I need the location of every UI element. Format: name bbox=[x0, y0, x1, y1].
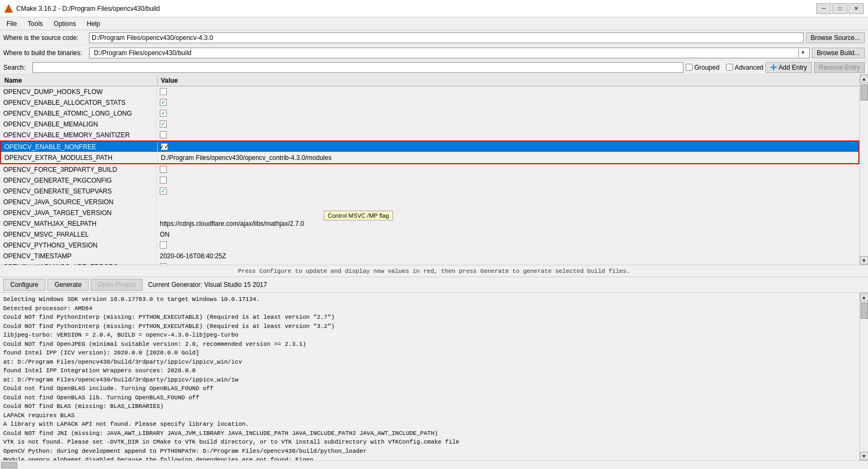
log-line: found Intel IPP (ICV version): 2020.0.0 … bbox=[3, 349, 856, 358]
menu-help[interactable]: Help bbox=[83, 19, 105, 29]
build-input[interactable] bbox=[92, 49, 798, 57]
table-row[interactable]: OPENCV_ENABLE_ALLOCATOR_STATS bbox=[0, 97, 859, 108]
log-line: Detected processor: AMD64 bbox=[3, 304, 856, 313]
value-checkbox[interactable] bbox=[160, 177, 167, 184]
table-row[interactable]: OPENCV_TIMESTAMP2020-06-16T08:40:25Z bbox=[0, 251, 859, 262]
advanced-checkbox[interactable] bbox=[726, 64, 733, 71]
table-inner: Name Value OPENCV_DUMP_HOOKS_FLOWOPENCV_… bbox=[0, 75, 859, 265]
log-v-scrollbar[interactable]: ▲ ▼ bbox=[859, 293, 868, 460]
source-row: Where is the source code: Browse Source.… bbox=[0, 30, 868, 45]
cell-name: OPENCV_ENABLE_ATOMIC_LONG_LONG bbox=[0, 109, 157, 118]
cell-name: OPENCV_FORCE_3RDPARTY_BUILD bbox=[0, 165, 157, 174]
build-combo-arrow[interactable]: ▼ bbox=[798, 49, 807, 57]
table-row[interactable]: OPENCV_GENERATE_PKGCONFIG bbox=[0, 175, 859, 186]
table-row[interactable]: OPENCV_ENABLE_MEMALIGN bbox=[0, 119, 859, 130]
cell-name: OPENCV_TIMESTAMP bbox=[0, 252, 157, 260]
bottom-scrollbar-thumb[interactable] bbox=[1, 462, 17, 468]
minimize-button[interactable]: ─ bbox=[816, 3, 831, 14]
scroll-down-btn[interactable]: ▼ bbox=[860, 256, 869, 265]
log-line: VTK is not found. Please set -DVTK_DIR i… bbox=[3, 438, 856, 447]
value-checkbox[interactable] bbox=[160, 242, 167, 249]
table-row[interactable]: OPENCV_MSVC_PARALLELON bbox=[0, 229, 859, 240]
cell-value bbox=[157, 202, 859, 203]
table-row[interactable]: OPENCV_ENABLE_MEMORY_SANITIZER bbox=[0, 130, 859, 140]
cell-value: https://cdnjs.cloudflare.com/ajax/libs/m… bbox=[157, 219, 859, 228]
table-row[interactable]: OPENCV_FORCE_3RDPARTY_BUILD bbox=[0, 164, 859, 175]
add-entry-button[interactable]: ✛ Add Entry bbox=[765, 62, 812, 73]
remove-entry-button[interactable]: Remove Entry bbox=[814, 62, 865, 73]
menu-options[interactable]: Options bbox=[49, 19, 80, 29]
col-value-header: Value bbox=[158, 76, 858, 85]
table-row[interactable]: OPENCV_MATHJAX_RELPATHhttps://cdnjs.clou… bbox=[0, 218, 859, 229]
value-text: ON bbox=[160, 231, 169, 238]
browse-source-button[interactable]: Browse Source... bbox=[806, 32, 865, 43]
generate-button[interactable]: Generate bbox=[48, 279, 89, 291]
value-checkbox[interactable] bbox=[160, 166, 167, 173]
log-body[interactable]: Selecting Windows SDK version 10.0.17763… bbox=[0, 293, 859, 460]
log-scroll-up-btn[interactable]: ▲ bbox=[860, 293, 869, 302]
value-checkbox[interactable] bbox=[160, 131, 167, 138]
cell-name: OPENCV_ENABLE_MEMALIGN bbox=[0, 120, 157, 129]
search-input[interactable] bbox=[32, 62, 683, 73]
browse-build-button[interactable]: Browse Build... bbox=[812, 48, 865, 58]
grouped-checkbox-label[interactable]: Grouped bbox=[686, 64, 720, 71]
cell-name: OPENCV_PYTHON3_VERSION bbox=[0, 241, 157, 250]
value-checkbox[interactable] bbox=[160, 120, 167, 128]
cell-name: OPENCV_EXTRA_MODULES_PATH bbox=[1, 153, 158, 162]
table-row[interactable]: OPENCV_ENABLE_ATOMIC_LONG_LONG bbox=[0, 108, 859, 119]
value-text: https://cdnjs.cloudflare.com/ajax/libs/m… bbox=[160, 220, 304, 227]
open-project-button[interactable]: Open Project bbox=[91, 279, 143, 291]
cell-value bbox=[157, 98, 859, 106]
app-icon bbox=[4, 4, 13, 13]
scroll-thumb[interactable] bbox=[860, 84, 868, 100]
table-row[interactable]: OPENCV_EXTRA_MODULES_PATHD:/Program File… bbox=[1, 152, 858, 163]
value-checkbox[interactable]: ✓ bbox=[161, 143, 168, 150]
generator-text: Current Generator: Visual Studio 15 2017 bbox=[148, 281, 267, 289]
window-controls: ─ □ ✕ bbox=[816, 3, 864, 14]
table-v-scrollbar[interactable]: ▲ ▼ bbox=[859, 75, 868, 265]
log-line: OpenCV Python: during development append… bbox=[3, 447, 856, 456]
cell-value bbox=[157, 88, 859, 96]
grouped-checkbox[interactable] bbox=[686, 64, 693, 71]
configure-button[interactable]: Configure bbox=[3, 279, 45, 291]
status-text: Press Configure to update and display ne… bbox=[238, 268, 630, 274]
menu-file[interactable]: File bbox=[2, 19, 21, 29]
cell-value bbox=[157, 176, 859, 184]
value-checkbox[interactable] bbox=[160, 88, 167, 95]
table-row[interactable]: OPENCV_DUMP_HOOKS_FLOW bbox=[0, 86, 859, 97]
cell-value bbox=[157, 131, 859, 139]
bottom-scrollbar[interactable] bbox=[0, 460, 868, 469]
build-input-combo: ▼ bbox=[89, 48, 810, 58]
log-scroll-track[interactable] bbox=[860, 302, 868, 452]
table-row[interactable]: OPENCV_JAVA_TARGET_VERSION bbox=[0, 207, 859, 218]
value-checkbox[interactable] bbox=[160, 187, 167, 195]
value-checkbox[interactable] bbox=[160, 99, 167, 106]
log-line: at: D:/Program Files/opencv430/build/3rd… bbox=[3, 358, 856, 367]
scroll-up-btn[interactable]: ▲ bbox=[860, 75, 869, 83]
table-row[interactable]: OPENCV_PYTHON3_VERSION bbox=[0, 240, 859, 251]
search-label: Search: bbox=[3, 64, 30, 71]
table-row[interactable]: OPENCV_ENABLE_NONFREE✓ bbox=[1, 142, 858, 152]
cell-name: OPENCV_MSVC_PARALLEL bbox=[0, 230, 157, 239]
menu-bar: File Tools Options Help bbox=[0, 17, 868, 30]
log-scroll-thumb[interactable] bbox=[860, 303, 868, 319]
scroll-track[interactable] bbox=[860, 83, 868, 256]
cell-name: OPENCV_JAVA_SOURCE_VERSION bbox=[0, 198, 157, 206]
log-scroll-down-btn[interactable]: ▼ bbox=[860, 452, 869, 460]
source-input[interactable] bbox=[89, 32, 804, 43]
log-line: Could NOT find BLAS (missing: BLAS_LIBRA… bbox=[3, 402, 856, 411]
advanced-checkbox-label[interactable]: Advanced bbox=[726, 64, 763, 71]
source-label: Where is the source code: bbox=[3, 34, 87, 42]
cell-value bbox=[157, 109, 859, 117]
log-line: Module opencv_alphamat disabled because … bbox=[3, 455, 856, 460]
menu-tools[interactable]: Tools bbox=[23, 19, 47, 29]
table-row[interactable]: OPENCV_GENERATE_SETUPVARS bbox=[0, 186, 859, 197]
value-checkbox[interactable] bbox=[160, 110, 167, 117]
table-container: Name Value OPENCV_DUMP_HOOKS_FLOWOPENCV_… bbox=[0, 75, 868, 265]
table-row[interactable]: OPENCV_JAVA_SOURCE_VERSION bbox=[0, 197, 859, 207]
log-line: Could not find OpenBLAS lib. Turning Ope… bbox=[3, 393, 856, 403]
close-button[interactable]: ✕ bbox=[849, 3, 864, 14]
log-line: found Intel IPP Integration Wrappers sou… bbox=[3, 366, 856, 376]
maximize-button[interactable]: □ bbox=[832, 3, 847, 14]
cell-name: OPENCV_ENABLE_ALLOCATOR_STATS bbox=[0, 98, 157, 107]
